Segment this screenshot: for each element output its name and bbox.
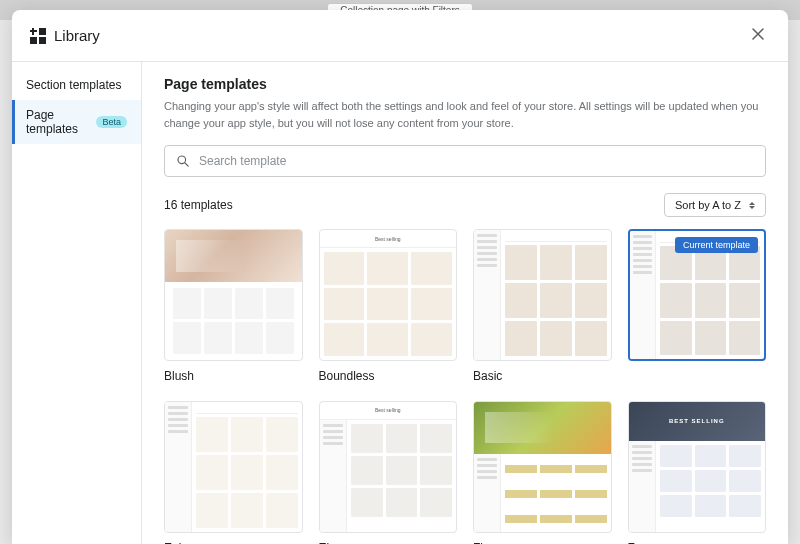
- sort-caret-icon: [749, 202, 755, 209]
- toolbar: 16 templates Sort by A to Z: [164, 193, 766, 217]
- search-icon: [175, 153, 191, 169]
- search-field[interactable]: [164, 145, 766, 177]
- template-count: 16 templates: [164, 198, 233, 212]
- template-card-epic: Epic: [164, 401, 303, 544]
- sidebar-item-label: Section templates: [26, 78, 121, 92]
- template-card-elegance: Best selling Elegance: [319, 401, 458, 544]
- template-thumb[interactable]: Best selling: [319, 229, 458, 361]
- sidebar-item-page-templates[interactable]: Page templates Beta: [12, 100, 141, 144]
- page-description: Changing your app's style will affect bo…: [164, 98, 766, 131]
- template-card-blush: Blush: [164, 229, 303, 383]
- page-title: Page templates: [164, 76, 766, 92]
- modal-body: Section templates Page templates Beta Pa…: [12, 62, 788, 544]
- template-name: Boundless: [319, 369, 458, 383]
- template-card-famous: BEST SELLING Famous: [628, 401, 767, 544]
- template-thumb[interactable]: [473, 401, 612, 533]
- sidebar-item-section-templates[interactable]: Section templates: [12, 70, 141, 100]
- template-name: Basic: [473, 369, 612, 383]
- sidebar-item-label: Page templates: [26, 108, 90, 136]
- close-icon: [750, 26, 766, 42]
- template-thumb[interactable]: [473, 229, 612, 361]
- close-button[interactable]: [746, 22, 770, 49]
- current-template-badge: Current template: [675, 237, 758, 253]
- template-thumb[interactable]: Best selling: [319, 401, 458, 533]
- template-card-current: Current template: [628, 229, 767, 383]
- modal-header: Library: [12, 10, 788, 62]
- sort-button[interactable]: Sort by A to Z: [664, 193, 766, 217]
- library-icon: [30, 28, 46, 44]
- template-thumb[interactable]: [164, 229, 303, 361]
- header-left: Library: [30, 27, 100, 44]
- template-card-basic: Basic: [473, 229, 612, 383]
- template-thumb[interactable]: BEST SELLING: [628, 401, 767, 533]
- main-panel: Page templates Changing your app's style…: [142, 62, 788, 544]
- library-modal: Library Section templates Page templates…: [12, 10, 788, 544]
- template-thumb[interactable]: Current template: [628, 229, 767, 361]
- sort-label: Sort by A to Z: [675, 199, 741, 211]
- template-grid: Blush Best selling Boundless: [164, 229, 766, 544]
- search-input[interactable]: [199, 154, 755, 168]
- template-name: Blush: [164, 369, 303, 383]
- header-title: Library: [54, 27, 100, 44]
- sidebar: Section templates Page templates Beta: [12, 62, 142, 544]
- template-card-flavor: Flavor: [473, 401, 612, 544]
- template-card-boundless: Best selling Boundless: [319, 229, 458, 383]
- beta-badge: Beta: [96, 116, 127, 128]
- template-thumb[interactable]: [164, 401, 303, 533]
